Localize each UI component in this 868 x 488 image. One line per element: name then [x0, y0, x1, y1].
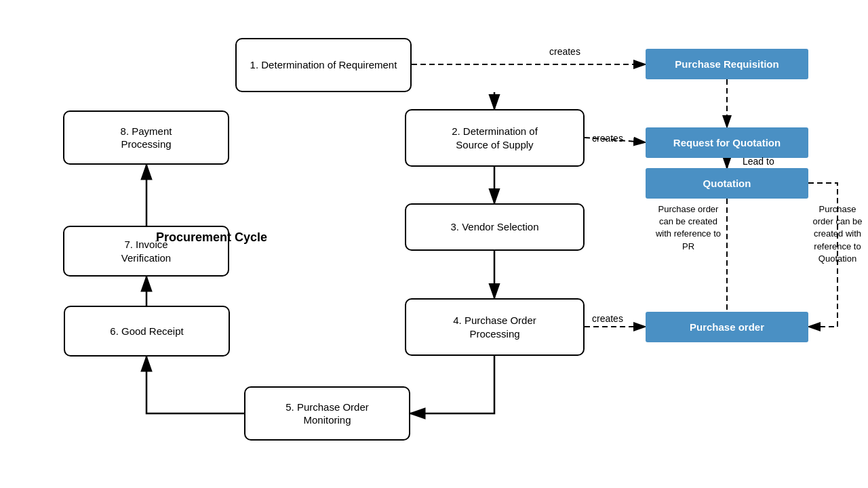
step5-label: 5. Purchase OrderMonitoring	[285, 401, 369, 427]
rfq-label: Request for Quotation	[673, 137, 781, 148]
step6-label: 6. Good Receipt	[110, 325, 183, 338]
step1-label: 1. Determination of Requirement	[250, 58, 397, 72]
step4-label: 4. Purchase OrderProcessing	[453, 314, 536, 340]
step5-box: 5. Purchase OrderMonitoring	[244, 386, 410, 441]
quotation-label: Quotation	[703, 178, 751, 189]
rfq-box: Request for Quotation	[646, 127, 808, 158]
purchase-order-box: Purchase order	[646, 312, 808, 342]
po-label: Purchase order	[690, 321, 764, 333]
diagram: 1. Determination of Requirement 2. Deter…	[0, 0, 868, 488]
creates-label-3: creates	[592, 313, 623, 324]
step4-box: 4. Purchase OrderProcessing	[405, 298, 585, 356]
purchase-requisition-box: Purchase Requisition	[646, 49, 808, 79]
step8-box: 8. PaymentProcessing	[63, 110, 229, 165]
lead-to-label: Lead to	[743, 156, 774, 167]
step3-label: 3. Vendor Selection	[450, 220, 538, 234]
step8-label: 8. PaymentProcessing	[121, 125, 172, 151]
quot-ref-label: Purchase order can be created with refer…	[810, 203, 865, 265]
cycle-title: Procurement Cycle	[156, 230, 267, 245]
step3-box: 3. Vendor Selection	[405, 203, 585, 251]
quotation-box: Quotation	[646, 168, 808, 199]
step2-label: 2. Determination ofSource of Supply	[452, 125, 538, 151]
creates-label-2: creates	[592, 133, 623, 144]
step1-box: 1. Determination of Requirement	[235, 38, 412, 92]
step2-box: 2. Determination ofSource of Supply	[405, 109, 585, 167]
creates-label-1: creates	[549, 46, 580, 57]
pr-ref-label: Purchase order can be created with refer…	[651, 203, 726, 253]
step6-box: 6. Good Receipt	[64, 306, 230, 357]
pr-label: Purchase Requisition	[675, 58, 778, 70]
